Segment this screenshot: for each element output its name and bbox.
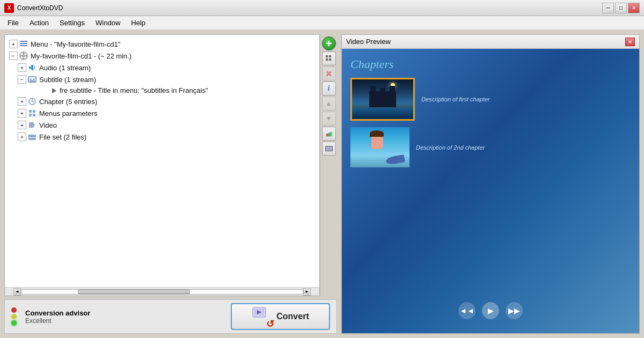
audio-label: Audio (1 stream) bbox=[39, 64, 91, 72]
svg-rect-0 bbox=[20, 41, 27, 42]
video-label: Video bbox=[39, 121, 57, 129]
forward-button[interactable]: ▶▶ bbox=[506, 302, 523, 319]
move-up-button[interactable]: ▲ bbox=[322, 97, 336, 111]
close-button[interactable]: ✕ bbox=[628, 3, 640, 13]
svg-rect-26 bbox=[329, 55, 331, 57]
grid-button[interactable] bbox=[322, 52, 336, 65]
menus-icon bbox=[27, 108, 37, 118]
scroll-thumb[interactable] bbox=[78, 290, 191, 294]
preview-button[interactable] bbox=[322, 142, 336, 156]
advisor-status: Excellent bbox=[25, 317, 222, 325]
toolbar: + ✖ i ▲ ▼ bbox=[320, 34, 337, 296]
menu-label: Menu - "My-favorite-film-cd1" bbox=[31, 40, 120, 48]
svg-rect-24 bbox=[32, 138, 36, 140]
menu-file[interactable]: File bbox=[2, 17, 24, 28]
fileset-label: File set (2 files) bbox=[39, 133, 86, 141]
menubar: File Action Settings Window Help bbox=[0, 16, 644, 30]
scroll-track[interactable] bbox=[21, 289, 303, 295]
chapter-1-desc: Description of first chapter bbox=[421, 96, 490, 102]
titlebar-left: X ConvertXtoDVD bbox=[4, 3, 63, 13]
expand-chapter[interactable]: + bbox=[18, 97, 26, 106]
tree-section: + Menu - "My-favorite-film-cd1" − bbox=[4, 34, 337, 296]
subtitle-detail-label: fre subtitle - Title in menu: "subtitles… bbox=[60, 86, 208, 94]
convert-button[interactable]: ↺ Convert bbox=[231, 303, 330, 330]
list-item[interactable]: + Chapter (5 entries) bbox=[18, 95, 317, 107]
svg-rect-17 bbox=[29, 114, 32, 116]
bottom-bar: Conversion advisor Excellent ↺ Convert bbox=[4, 299, 337, 334]
convert-arrow-icon: ↺ bbox=[266, 319, 274, 329]
minimize-button[interactable]: ─ bbox=[602, 3, 614, 13]
list-item[interactable]: + Audio (1 stream) bbox=[18, 62, 317, 74]
app-title: ConvertXtoDVD bbox=[17, 4, 63, 12]
list-item[interactable]: + File set (2 files) bbox=[18, 131, 317, 143]
info-button[interactable]: i bbox=[322, 82, 336, 95]
menu-action[interactable]: Action bbox=[24, 17, 54, 28]
svg-rect-15 bbox=[29, 110, 32, 113]
list-item[interactable]: − Subtitle (1 stream) bbox=[18, 74, 317, 85]
expand-menus[interactable]: + bbox=[18, 109, 26, 117]
expand-fileset[interactable]: + bbox=[18, 133, 26, 141]
preview-close-button[interactable]: × bbox=[625, 38, 635, 46]
edit-button[interactable] bbox=[322, 127, 336, 141]
tree-container: + Menu - "My-favorite-film-cd1" − bbox=[4, 34, 320, 296]
preview-controls: ◄◄ ▶ ▶▶ bbox=[350, 297, 631, 325]
preview-titlebar: Video Preview × bbox=[342, 35, 639, 49]
chapter-label: Chapter (5 entries) bbox=[39, 98, 97, 106]
app-logo: X bbox=[4, 3, 14, 13]
play-button[interactable]: ▶ bbox=[482, 302, 499, 319]
scroll-right[interactable]: ► bbox=[303, 288, 311, 296]
convert-icon: ↺ bbox=[252, 306, 272, 327]
video-icon bbox=[27, 120, 37, 130]
girl-image bbox=[350, 127, 409, 167]
add-button[interactable]: + bbox=[322, 36, 336, 50]
chapter-thumb-2 bbox=[350, 127, 409, 167]
delete-button[interactable]: ✖ bbox=[322, 67, 336, 80]
svg-rect-12 bbox=[33, 79, 35, 80]
list-item[interactable]: − My-favorite-film-cd1 - (~ 22 bbox=[7, 50, 317, 62]
expand-subtitle[interactable]: − bbox=[18, 75, 26, 84]
svg-rect-27 bbox=[326, 58, 328, 61]
advisor-title: Conversion advisor bbox=[25, 309, 222, 317]
expand-film[interactable]: − bbox=[9, 52, 18, 60]
film-label: My-favorite-film-cd1 - (~ 22 min.) bbox=[31, 52, 131, 60]
tower-left bbox=[370, 86, 376, 92]
menu-window[interactable]: Window bbox=[90, 17, 126, 28]
menu-help[interactable]: Help bbox=[126, 17, 151, 28]
film-icon bbox=[19, 51, 28, 61]
preview-content: Chapters bbox=[342, 49, 639, 333]
chapter-cards: Description of first chapter bbox=[350, 78, 631, 167]
play-icon bbox=[52, 88, 56, 93]
chapter-card-2: Description of 2nd chapter bbox=[350, 127, 631, 167]
expand-audio[interactable]: + bbox=[18, 63, 26, 72]
menu-settings[interactable]: Settings bbox=[54, 17, 90, 28]
maximize-button[interactable]: □ bbox=[615, 3, 627, 13]
svg-point-4 bbox=[22, 54, 25, 57]
subtitle-label: Subtitle (1 stream) bbox=[39, 76, 96, 84]
svg-point-5 bbox=[23, 53, 25, 54]
svg-point-7 bbox=[20, 55, 22, 57]
preview-window: Video Preview × Chapters bbox=[341, 34, 640, 334]
list-item[interactable]: + Menus parameters bbox=[18, 107, 317, 119]
svg-rect-9 bbox=[29, 67, 31, 69]
svg-rect-2 bbox=[20, 45, 27, 46]
scroll-left[interactable]: ◄ bbox=[13, 288, 21, 296]
svg-rect-13 bbox=[30, 80, 35, 82]
list-item[interactable]: + Video bbox=[18, 119, 317, 131]
horizontal-scrollbar[interactable]: ◄ ► bbox=[5, 287, 319, 296]
rewind-button[interactable]: ◄◄ bbox=[458, 302, 475, 319]
convert-label: Convert bbox=[276, 312, 309, 321]
expand-video[interactable]: + bbox=[18, 121, 26, 129]
expand-menu[interactable]: + bbox=[9, 40, 18, 48]
chapters-title: Chapters bbox=[350, 57, 631, 71]
dolphin-shape bbox=[385, 155, 405, 165]
tower-center bbox=[380, 88, 385, 93]
move-down-button[interactable]: ▼ bbox=[322, 112, 336, 126]
castle-body bbox=[369, 91, 396, 107]
tree-area[interactable]: + Menu - "My-favorite-film-cd1" − bbox=[5, 35, 319, 287]
svg-rect-19 bbox=[29, 122, 34, 128]
list-item[interactable]: fre subtitle - Title in menu: "subtitles… bbox=[28, 85, 317, 95]
subtitle-icon bbox=[27, 75, 37, 84]
list-item[interactable]: + Menu - "My-favorite-film-cd1" bbox=[7, 38, 317, 50]
advisor-text: Conversion advisor Excellent bbox=[25, 309, 222, 325]
traffic-light bbox=[11, 307, 17, 326]
